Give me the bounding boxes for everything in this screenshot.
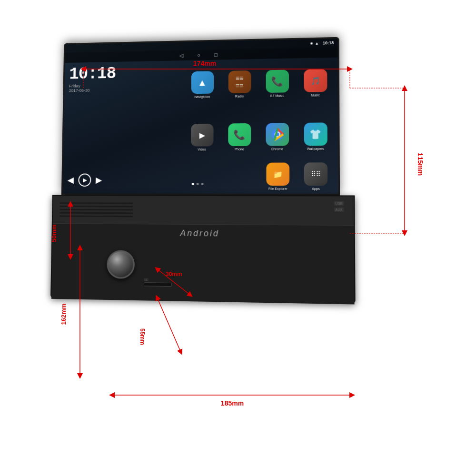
nav-app-label: Navigation: [194, 95, 210, 99]
status-icons: ◉ ▲ 10:18: [310, 40, 334, 46]
video-app-icon: ▶: [190, 124, 213, 147]
app-navigation[interactable]: ▲ Navigation: [185, 62, 220, 107]
clock-time: 10:18: [69, 64, 137, 84]
clock-area: 10:18 Friday 2017-06-30: [69, 64, 138, 93]
nav-app-icon: ▲: [191, 71, 214, 94]
radio-app-icon: ≡≡≡≡: [228, 70, 251, 93]
vent-strip-1: [60, 202, 133, 204]
wallpaper-app-label: Wallpapers: [307, 147, 324, 150]
app-video[interactable]: ▶ Video: [184, 116, 220, 159]
page-dot-2: [197, 183, 199, 185]
control-knob[interactable]: [107, 250, 135, 279]
app-grid-row3: 📁 File Explorer ⠿⠿ Apps: [258, 160, 336, 192]
phone-app-icon: 📞: [228, 123, 251, 146]
app-apps[interactable]: ⠿⠿ Apps: [298, 162, 334, 190]
next-button[interactable]: ▶: [96, 175, 102, 185]
music-app-label: Music: [311, 93, 320, 97]
app-grid-row2: ▶ Video 📞 Phone: [182, 112, 336, 161]
clock-date: 2017-06-30: [69, 87, 137, 93]
screen-section: ◉ ▲ 10:18 ◁ ○ □ 10:18 Friday: [61, 37, 340, 196]
wallpaper-app-icon: 👕: [304, 122, 327, 146]
page-dot-3: [201, 183, 204, 185]
radio-body-lower: Android SD: [51, 224, 355, 304]
vent-strip-5: [60, 216, 133, 218]
app-phone[interactable]: 📞 Phone: [221, 115, 257, 159]
bt-music-app-label: BT Music: [270, 94, 284, 97]
usb-label: USB: [334, 201, 344, 206]
app-file-explorer[interactable]: 📁 File Explorer: [260, 163, 296, 191]
svg-point-2: [275, 132, 279, 136]
radio-body-upper: USB AUX: [53, 196, 354, 226]
chrome-app-label: Chrome: [271, 147, 283, 150]
file-app-icon: 📁: [266, 163, 289, 186]
status-time: 10:18: [323, 40, 334, 45]
wifi-icon: ▲: [315, 41, 319, 45]
file-app-label: File Explorer: [268, 187, 288, 190]
app-radio[interactable]: ≡≡≡≡ Radio: [222, 62, 258, 107]
app-music[interactable]: 🎵 Music: [297, 60, 334, 106]
recents-button[interactable]: □: [214, 52, 218, 58]
prev-button[interactable]: ◀: [68, 175, 74, 185]
chrome-app-icon: [266, 123, 289, 146]
back-button[interactable]: ◁: [179, 52, 183, 59]
video-app-label: Video: [198, 148, 206, 151]
app-chrome[interactable]: Chrome: [259, 115, 295, 159]
aux-label: AUX: [334, 208, 344, 212]
dim-115mm: 115mm: [416, 153, 424, 176]
svg-point-1: [274, 131, 280, 137]
play-button[interactable]: ▶: [78, 174, 91, 187]
android-label: Android: [180, 228, 219, 239]
music-app-icon: 🎵: [304, 69, 327, 92]
svg-point-0: [271, 129, 283, 140]
apps-app-label: Apps: [312, 187, 319, 190]
device-silhouette: ◉ ▲ 10:18 ◁ ○ □ 10:18 Friday: [50, 37, 356, 308]
media-controls: ◀ ▶ ▶: [67, 174, 102, 187]
radio-app-label: Radio: [235, 95, 244, 98]
phone-app-label: Phone: [235, 148, 244, 151]
location-icon: ◉: [310, 41, 313, 45]
vent-strip-3: [60, 209, 133, 211]
port-labels: USB AUX: [334, 201, 344, 212]
vent-strips: [60, 202, 133, 217]
sd-label: SD: [144, 278, 149, 281]
home-button[interactable]: ○: [197, 52, 200, 58]
radio-body: USB AUX Android SD: [50, 195, 356, 303]
app-wallpapers[interactable]: 👕 Wallpapers: [297, 114, 334, 159]
page-dots: [192, 183, 204, 185]
page-container: ◉ ▲ 10:18 ◁ ○ □ 10:18 Friday: [0, 0, 476, 476]
dim-185mm: 185mm: [221, 399, 244, 407]
vent-strip-2: [60, 206, 133, 207]
page-dot-1: [192, 183, 194, 185]
device-3d: ◉ ▲ 10:18 ◁ ○ □ 10:18 Friday: [50, 36, 376, 338]
app-bt-music[interactable]: 📞 BT Music: [259, 61, 296, 106]
sd-slot: [144, 282, 172, 287]
vent-strip-4: [60, 212, 133, 214]
bt-music-app-icon: 📞: [266, 70, 288, 93]
apps-app-icon: ⠿⠿: [304, 162, 327, 186]
android-screen[interactable]: ◉ ▲ 10:18 ◁ ○ □ 10:18 Friday: [63, 39, 338, 194]
